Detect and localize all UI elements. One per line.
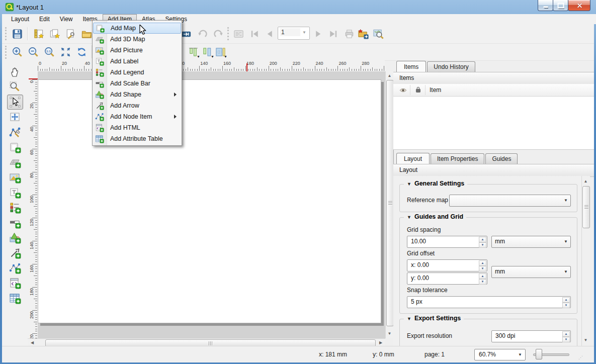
align-items-button[interactable]: ▼	[186, 45, 200, 59]
zoom-actual-size-button[interactable]	[42, 45, 56, 59]
titlebar[interactable]: *Layout 1	[0, 0, 596, 14]
save-project-button[interactable]	[10, 27, 24, 41]
minimize-button[interactable]	[538, 0, 553, 11]
scroll-up-icon[interactable]: ▲	[582, 178, 589, 185]
menu-layout[interactable]: Layout	[6, 14, 34, 24]
print-atlas-button[interactable]	[342, 27, 356, 41]
tab-guides[interactable]: Guides	[485, 153, 518, 164]
layout-manager-button[interactable]	[63, 27, 77, 41]
close-button[interactable]	[568, 0, 590, 11]
layout-panel-scrollbar[interactable]: ▲ ▼	[581, 176, 590, 346]
resize-items-button[interactable]: ▼	[213, 45, 227, 59]
atlas-page-input[interactable]	[280, 28, 300, 36]
layout-page[interactable]	[38, 79, 381, 323]
menu-edit[interactable]: Edit	[34, 14, 55, 24]
panel-scroll-thumb[interactable]	[582, 186, 590, 228]
scroll-right-icon[interactable]: ▶	[377, 339, 384, 346]
tab-items[interactable]: Items	[396, 61, 426, 72]
tool-add-3d-map-button[interactable]	[7, 155, 23, 170]
tab-undo-history[interactable]: Undo History	[427, 61, 475, 72]
menu-item-add-arrow[interactable]: Add Arrow	[93, 100, 180, 111]
tool-select-move-item-button[interactable]	[7, 95, 23, 110]
spin-arrows-icon[interactable]: ▲▼	[562, 297, 570, 306]
zoom-full-button[interactable]	[58, 45, 72, 59]
zoom-slider-thumb[interactable]	[536, 349, 542, 359]
menu-item-add-node-item[interactable]: Add Node Item	[93, 111, 180, 122]
export-resolution-spinbox[interactable]: ▲▼	[491, 330, 571, 342]
tool-edit-nodes-item-button[interactable]	[7, 125, 23, 140]
reference-map-combobox[interactable]: ▼	[449, 195, 571, 207]
vertical-scroll-thumb[interactable]	[386, 80, 394, 326]
toolbar-drag-handle[interactable]	[5, 46, 8, 59]
menu-view[interactable]: View	[55, 14, 78, 24]
tab-layout[interactable]: Layout	[396, 153, 430, 164]
tool-add-map-button[interactable]	[7, 140, 23, 155]
menu-item-add-label[interactable]: Add Label	[93, 56, 180, 67]
tab-item-properties[interactable]: Item Properties	[431, 153, 484, 164]
tool-add-picture-button[interactable]	[7, 170, 23, 185]
snap-tolerance-spinbox[interactable]: ▲▼	[407, 296, 571, 308]
export-settings-heading[interactable]: ▼Export Settings	[404, 315, 464, 322]
add-items-from-template-button[interactable]	[79, 27, 94, 41]
tool-add-scale-bar-button[interactable]	[7, 215, 23, 230]
guides-and-grid-heading[interactable]: ▼Guides and Grid	[404, 213, 466, 220]
atlas-page-combobox[interactable]: ▼	[278, 27, 310, 40]
tool-add-legend-button[interactable]	[7, 200, 23, 215]
tool-add-shape-button[interactable]	[7, 230, 23, 245]
scroll-up-icon[interactable]: ▲	[386, 72, 393, 79]
grid-offset-y-spinbox[interactable]: ▲▼	[407, 272, 487, 285]
tool-add-label-button[interactable]	[7, 185, 23, 200]
maximize-button[interactable]	[553, 0, 568, 11]
scroll-left-icon[interactable]: ◀	[29, 339, 36, 346]
grid-offset-x-spinbox[interactable]: ▲▼	[407, 259, 487, 271]
chevron-down-icon[interactable]: ▼	[300, 28, 308, 37]
grid-spacing-spinbox[interactable]: ▲▼	[407, 236, 487, 248]
menu-item-add-html[interactable]: Add HTML	[93, 122, 180, 133]
tool-add-html-button[interactable]	[7, 276, 23, 291]
redo-button[interactable]	[211, 27, 225, 41]
new-layout-button[interactable]	[31, 27, 45, 41]
atlas-next-feature-button[interactable]	[311, 27, 325, 41]
items-tree[interactable]: Item	[393, 84, 594, 150]
zoom-level-combobox[interactable]: 60.7% ▼	[474, 349, 526, 360]
zoom-in-button[interactable]	[10, 45, 24, 59]
spin-arrows-icon[interactable]: ▲▼	[479, 260, 486, 269]
grid-offset-unit-combobox[interactable]: mm ▼	[491, 266, 571, 278]
grid-spacing-input[interactable]	[410, 237, 478, 245]
menu-item-add-scale-bar[interactable]: Add Scale Bar	[93, 78, 180, 89]
tool-add-node-item-button[interactable]	[7, 260, 23, 276]
atlas-settings-button[interactable]	[371, 27, 385, 41]
export-resolution-input[interactable]	[494, 332, 562, 340]
refresh-view-button[interactable]	[74, 45, 89, 59]
distribute-items-button[interactable]: ▼	[200, 45, 214, 59]
tool-zoom-button[interactable]	[7, 79, 23, 95]
resize-grip[interactable]: ⋰	[578, 355, 584, 361]
menu-item-add-legend[interactable]: Add Legend	[93, 67, 180, 78]
snap-tolerance-input[interactable]	[410, 298, 562, 306]
menu-item-add-attribute-table[interactable]: Add Attribute Table	[93, 133, 180, 144]
menu-item-add-3d-map[interactable]: Add 3D Map	[93, 34, 180, 45]
spin-arrows-icon[interactable]: ▲▼	[479, 237, 486, 246]
toolbar-drag-handle[interactable]	[227, 27, 230, 40]
scroll-down-icon[interactable]: ▼	[582, 337, 589, 344]
tool-pan-button[interactable]	[7, 64, 23, 79]
scroll-down-icon[interactable]: ▼	[386, 330, 393, 337]
spin-arrows-icon[interactable]: ▲▼	[562, 331, 570, 340]
atlas-last-feature-button[interactable]	[326, 27, 340, 41]
grid-offset-x-input[interactable]	[410, 261, 478, 269]
general-settings-heading[interactable]: ▼General Settings	[404, 180, 467, 187]
spin-arrows-icon[interactable]: ▲▼	[479, 274, 486, 283]
tool-add-arrow-button[interactable]	[7, 245, 23, 260]
atlas-preview-button[interactable]	[231, 27, 245, 41]
atlas-previous-feature-button[interactable]	[263, 27, 277, 41]
grid-offset-y-input[interactable]	[410, 274, 478, 282]
menu-item-add-map[interactable]: Add Map	[93, 23, 181, 34]
menu-item-add-shape[interactable]: Add Shape	[93, 89, 180, 100]
tool-move-item-content-button[interactable]	[7, 110, 23, 125]
tool-add-attribute-table-button[interactable]	[7, 291, 23, 306]
toolbar-drag-handle[interactable]	[5, 27, 8, 40]
duplicate-layout-button[interactable]	[47, 27, 61, 41]
menu-item-add-picture[interactable]: Add Picture	[93, 45, 180, 56]
grid-spacing-unit-combobox[interactable]: mm ▼	[491, 236, 571, 248]
layout-canvas[interactable]	[38, 71, 385, 338]
